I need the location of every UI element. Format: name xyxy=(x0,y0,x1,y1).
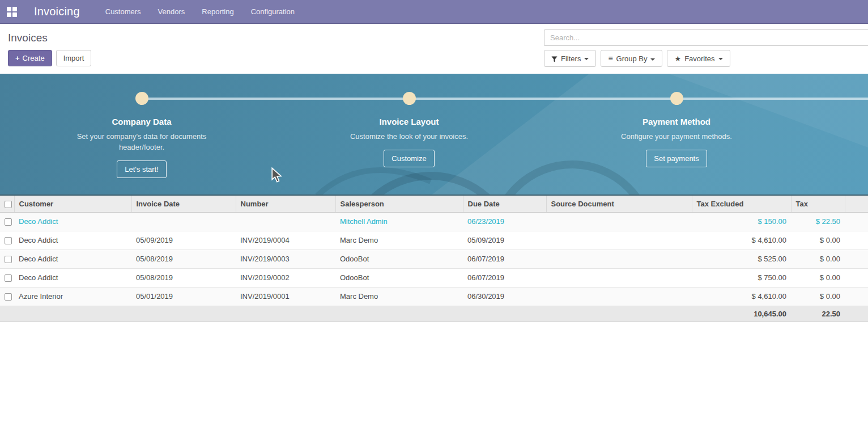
salesperson-cell: Marc Demo xyxy=(335,287,463,306)
salesperson-cell: OdooBot xyxy=(335,250,463,268)
column-header-number[interactable]: Number xyxy=(236,196,335,212)
table-row[interactable]: Deco AddictMitchell Admin06/23/2019$ 150… xyxy=(0,212,868,231)
row-checkbox[interactable] xyxy=(5,293,12,301)
number-cell: INV/2019/0001 xyxy=(236,287,335,306)
top-navbar: Invoicing Customers Vendors Reporting Co… xyxy=(0,0,868,24)
customer-cell: Deco Addict xyxy=(14,212,131,231)
table-row[interactable]: Azure Interior05/01/2019INV/2019/0001Mar… xyxy=(0,287,868,306)
step-description: Configure your payment methods. xyxy=(610,131,743,142)
step-description: Customize the look of your invoices. xyxy=(343,131,476,142)
nav-item-reporting[interactable]: Reporting xyxy=(193,0,242,23)
customer-cell: Deco Addict xyxy=(14,268,131,287)
table-row[interactable]: Deco Addict05/08/2019INV/2019/0003OdooBo… xyxy=(0,250,868,268)
source-document-cell xyxy=(546,212,692,231)
nav-item-customers[interactable]: Customers xyxy=(97,0,150,23)
search-input[interactable] xyxy=(544,29,868,46)
row-checkbox[interactable] xyxy=(5,218,12,226)
table-footer-row: 10,645.00 22.50 xyxy=(0,306,868,322)
table-header-row: Customer Invoice Date Number Salesperson… xyxy=(0,196,868,212)
column-header-tax-excluded[interactable]: Tax Excluded xyxy=(692,196,791,212)
select-all-checkbox[interactable] xyxy=(5,201,12,208)
tax-cell: $ 0.00 xyxy=(791,250,845,268)
source-document-cell xyxy=(546,268,692,287)
table-row[interactable]: Deco Addict05/08/2019INV/2019/0002OdooBo… xyxy=(0,268,868,287)
step-dot-icon xyxy=(670,92,683,105)
number-cell: INV/2019/0002 xyxy=(236,268,335,287)
customer-cell: Deco Addict xyxy=(14,231,131,250)
onboarding-step-company-data: Company Data Set your company's data for… xyxy=(57,92,227,178)
salesperson-cell: Marc Demo xyxy=(335,231,463,250)
trailing-cell xyxy=(845,212,868,231)
row-checkbox[interactable] xyxy=(5,274,12,282)
onboarding-step-invoice-layout: Invoice Layout Customize the look of you… xyxy=(324,92,494,167)
tax-excluded-cell: $ 750.00 xyxy=(692,268,791,287)
select-all-checkbox-cell xyxy=(0,196,14,212)
set-payments-button[interactable]: Set payments xyxy=(646,150,707,167)
row-checkbox-cell xyxy=(0,250,14,268)
salesperson-cell: OdooBot xyxy=(335,268,463,287)
chevron-down-icon xyxy=(718,58,723,60)
source-document-cell xyxy=(546,287,692,306)
group-by-button[interactable]: ≡Group By xyxy=(601,50,662,67)
nav-menu: Customers Vendors Reporting Configuratio… xyxy=(97,0,303,23)
invoice-date-cell: 05/01/2019 xyxy=(131,287,236,306)
app-title: Invoicing xyxy=(34,5,80,18)
tax-cell: $ 22.50 xyxy=(791,212,845,231)
invoice-list-table: Customer Invoice Date Number Salesperson… xyxy=(0,196,868,322)
customer-cell: Deco Addict xyxy=(14,250,131,268)
column-header-source-document[interactable]: Source Document xyxy=(546,196,692,212)
step-dot-icon xyxy=(135,92,148,105)
trailing-cell xyxy=(845,268,868,287)
column-header-salesperson[interactable]: Salesperson xyxy=(335,196,463,212)
nav-item-vendors[interactable]: Vendors xyxy=(150,0,194,23)
favorites-button[interactable]: ★Favorites xyxy=(667,50,730,67)
lets-start-button[interactable]: Let's start! xyxy=(117,160,167,178)
group-by-icon: ≡ xyxy=(608,54,612,63)
column-header-trailing xyxy=(845,196,868,212)
nav-item-configuration[interactable]: Configuration xyxy=(242,0,303,23)
trailing-cell xyxy=(845,231,868,250)
column-header-customer[interactable]: Customer xyxy=(14,196,131,212)
row-checkbox-cell xyxy=(0,287,14,306)
import-button[interactable]: Import xyxy=(56,50,92,66)
step-title: Company Data xyxy=(112,117,171,126)
control-panel: Invoices +Create Import Filters ≡Group B… xyxy=(0,24,868,74)
trailing-cell xyxy=(845,287,868,306)
row-checkbox[interactable] xyxy=(5,237,12,244)
tax-total: 22.50 xyxy=(791,306,845,322)
tax-excluded-cell: $ 525.00 xyxy=(692,250,791,268)
row-checkbox-cell xyxy=(0,212,14,231)
step-dot-icon xyxy=(403,92,416,105)
tax-cell: $ 0.00 xyxy=(791,287,845,306)
column-header-tax[interactable]: Tax xyxy=(791,196,845,212)
tax-excluded-cell: $ 4,610.00 xyxy=(692,287,791,306)
apps-menu-icon[interactable] xyxy=(0,0,24,24)
salesperson-cell: Mitchell Admin xyxy=(335,212,463,231)
plus-icon: + xyxy=(15,54,20,62)
number-cell: INV/2019/0003 xyxy=(236,250,335,268)
due-date-cell: 06/07/2019 xyxy=(463,250,546,268)
onboarding-step-payment-method: Payment Method Configure your payment me… xyxy=(592,92,761,167)
row-checkbox-cell xyxy=(0,268,14,287)
invoice-date-cell: 05/09/2019 xyxy=(131,231,236,250)
star-icon: ★ xyxy=(674,54,681,63)
column-header-due-date[interactable]: Due Date xyxy=(463,196,546,212)
row-checkbox[interactable] xyxy=(5,256,12,263)
invoice-date-cell: 05/08/2019 xyxy=(131,268,236,287)
due-date-cell: 06/07/2019 xyxy=(463,268,546,287)
step-title: Payment Method xyxy=(643,117,710,126)
due-date-cell: 05/09/2019 xyxy=(463,231,546,250)
column-header-invoice-date[interactable]: Invoice Date xyxy=(131,196,236,212)
create-button[interactable]: +Create xyxy=(8,50,52,66)
onboarding-banner: Company Data Set your company's data for… xyxy=(0,74,868,196)
filters-button[interactable]: Filters xyxy=(544,50,596,67)
due-date-cell: 06/30/2019 xyxy=(463,287,546,306)
source-document-cell xyxy=(546,231,692,250)
step-title: Invoice Layout xyxy=(379,117,439,126)
number-cell: INV/2019/0004 xyxy=(236,231,335,250)
table-row[interactable]: Deco Addict05/09/2019INV/2019/0004Marc D… xyxy=(0,231,868,250)
filter-funnel-icon xyxy=(551,56,558,62)
tax-cell: $ 0.00 xyxy=(791,268,845,287)
customize-button[interactable]: Customize xyxy=(384,150,434,167)
tax-excluded-cell: $ 4,610.00 xyxy=(692,231,791,250)
